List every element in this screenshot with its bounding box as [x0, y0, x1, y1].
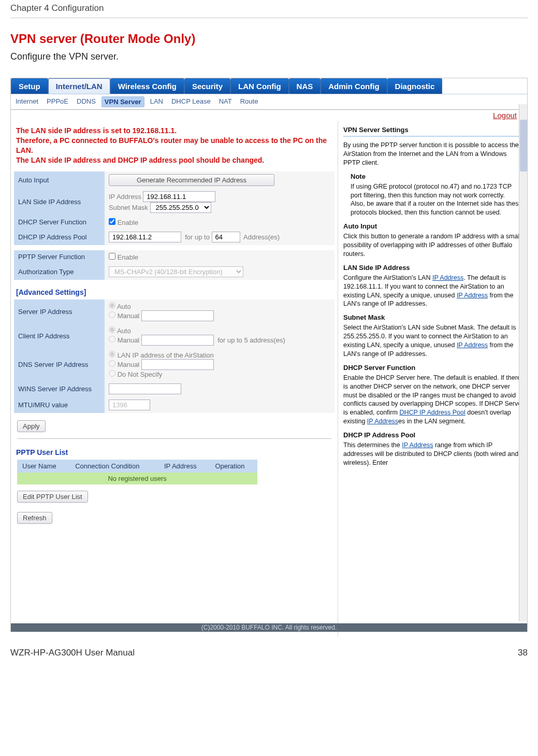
- chapter-label: Chapter 4 Configuration: [10, 3, 104, 13]
- section-title: VPN server (Router Mode Only): [10, 32, 528, 46]
- client-ip-manual-text: Manual: [118, 336, 140, 344]
- ip-address-link3[interactable]: IP Address: [457, 341, 488, 349]
- tab-diagnostic[interactable]: Diagnostic: [387, 78, 443, 94]
- copyright-bar: (C)2000-2010 BUFFALO INC. All rights res…: [11, 623, 527, 632]
- settings-panel: The LAN side IP address is set to 192.16…: [11, 121, 338, 637]
- help-p2: Click this button to generate a random I…: [343, 232, 524, 259]
- ip-address-link1[interactable]: IP Address: [432, 274, 463, 281]
- help-p6: This determines the IP Address range fro…: [343, 441, 524, 467]
- col-ip: IP Address: [159, 460, 210, 473]
- dns-ip-label: DNS Server IP Address: [14, 348, 105, 381]
- tab-internet-lan[interactable]: Internet/LAN: [48, 78, 110, 94]
- pptp-list-heading: PPTP User List: [16, 448, 332, 457]
- help-h3: LAN Side IP Address: [343, 264, 524, 272]
- server-ip-auto-radio: [109, 302, 115, 309]
- server-ip-auto-text: Auto: [117, 303, 131, 310]
- main-tabs: Setup Internet/LAN Wireless Config Secur…: [11, 78, 527, 94]
- pptp-label: PPTP Server Function: [14, 250, 105, 264]
- dhcp-pool-label: DHCP IP Address Pool: [14, 229, 105, 245]
- ip-address-link5[interactable]: IP Address: [402, 441, 433, 449]
- warn-line2: Therefore, a PC connected to BUFFALO's r…: [16, 136, 332, 155]
- help-panel: VPN Server Settings By using the PPTP se…: [338, 121, 527, 637]
- wins-label: WINS Server IP Address: [14, 381, 105, 397]
- addresses-text: Address(es): [243, 233, 280, 241]
- dns-manual-radio: [109, 360, 115, 367]
- subnet-select[interactable]: 255.255.255.0: [150, 202, 211, 213]
- generate-ip-button[interactable]: Generate Recommended IP Address: [109, 174, 274, 186]
- ip-address-input[interactable]: [143, 191, 215, 202]
- col-operation: Operation: [210, 460, 257, 473]
- dhcp-enable-text: Enable: [118, 219, 138, 226]
- help-note-p: If using GRE protocol (protocol no.47) a…: [351, 182, 524, 218]
- apply-button[interactable]: Apply: [17, 420, 46, 432]
- subtab-vpn-server[interactable]: VPN Server: [101, 96, 144, 107]
- subtab-dhcp-lease[interactable]: DHCP Lease: [169, 96, 213, 107]
- dns-dont-text: Do Not Specify: [118, 370, 163, 378]
- help-note-h: Note: [351, 173, 524, 180]
- dns-dont-radio: [109, 370, 115, 377]
- client-ip-auto-text: Auto: [117, 327, 131, 335]
- forupto-text: for up to: [185, 233, 210, 241]
- col-username: User Name: [17, 460, 70, 473]
- scrollbar-thumb[interactable]: [520, 120, 527, 172]
- dhcp-count-input[interactable]: [212, 232, 240, 243]
- help-p1: By using the PPTP server function it is …: [343, 141, 524, 167]
- refresh-button[interactable]: Refresh: [17, 512, 52, 524]
- tab-admin[interactable]: Admin Config: [321, 78, 387, 94]
- dns-manual-text: Manual: [118, 361, 140, 368]
- advanced-heading: [Advanced Settings]: [16, 288, 332, 296]
- tab-setup[interactable]: Setup: [11, 78, 48, 94]
- subtab-internet[interactable]: Internet: [13, 96, 41, 107]
- subtab-pppoe[interactable]: PPPoE: [44, 96, 71, 107]
- auto-input-label: Auto Input: [14, 172, 105, 189]
- wins-input: [109, 383, 181, 394]
- help-p3: Configure the AirStation's LAN IP Addres…: [343, 274, 524, 309]
- tab-nas[interactable]: NAS: [289, 78, 321, 94]
- dns-manual-input: [141, 359, 214, 370]
- dhcp-enable-checkbox[interactable]: [109, 218, 115, 225]
- dhcp-pool-link[interactable]: DHCP IP Address Pool: [399, 409, 465, 416]
- ip-address-link4[interactable]: IP Address: [367, 418, 398, 425]
- client-ip-manual-input: [141, 335, 214, 346]
- dhcp-func-label: DHCP Server Function: [14, 216, 105, 229]
- subtab-route[interactable]: Route: [238, 96, 261, 107]
- server-ip-manual-input: [141, 310, 214, 321]
- tab-lan-config[interactable]: LAN Config: [230, 78, 288, 94]
- footer-page-number: 38: [518, 648, 528, 658]
- mtu-input: [109, 400, 150, 410]
- pptp-enable-text: Enable: [118, 253, 138, 261]
- ip-address-sublabel: IP Address: [109, 193, 141, 201]
- auth-select: MS-CHAPv2 (40/128-bit Encryption): [109, 266, 243, 277]
- col-condition: Connection Condition: [70, 460, 159, 473]
- help-h2: Auto Input: [343, 222, 524, 230]
- auth-label: Authorization Type: [14, 264, 105, 280]
- help-h6: DHCP IP Address Pool: [343, 431, 524, 439]
- help-h1: VPN Server Settings: [343, 126, 524, 134]
- dns-lan-text: LAN IP address of the AirStation: [118, 351, 214, 359]
- logout-link[interactable]: Logout: [493, 111, 517, 120]
- sub-tabs: Internet PPPoE DDNS VPN Server LAN DHCP …: [11, 94, 527, 110]
- subtab-lan[interactable]: LAN: [148, 96, 166, 107]
- pptp-enable-checkbox[interactable]: [109, 253, 115, 260]
- server-ip-manual-text: Manual: [118, 312, 140, 320]
- scrollbar-track[interactable]: [519, 104, 527, 621]
- ip-address-link2[interactable]: IP Address: [457, 292, 488, 299]
- help-h5: DHCP Server Function: [343, 364, 524, 372]
- dns-lan-radio: [109, 351, 115, 358]
- client-ip-auto-radio: [109, 326, 115, 333]
- dhcp-start-input[interactable]: [109, 232, 181, 243]
- subtab-nat[interactable]: NAT: [216, 96, 235, 107]
- tab-security[interactable]: Security: [184, 78, 230, 94]
- screenshot-window: Setup Internet/LAN Wireless Config Secur…: [10, 78, 528, 632]
- tab-wireless[interactable]: Wireless Config: [110, 78, 184, 94]
- intro-text: Configure the VPN server.: [10, 51, 528, 62]
- subnet-sublabel: Subnet Mask: [109, 204, 148, 211]
- subtab-ddns[interactable]: DDNS: [74, 96, 98, 107]
- client-ip-label: Client IP Address: [14, 324, 105, 348]
- help-p5: Enable the DHCP Server here. The default…: [343, 374, 524, 426]
- edit-pptp-list-button[interactable]: Edit PPTP User List: [17, 491, 88, 503]
- server-ip-manual-radio: [109, 311, 115, 318]
- mtu-label: MTU/MRU value: [14, 397, 105, 413]
- warn-line3: The LAN side IP address and DHCP IP addr…: [16, 155, 332, 165]
- client-ip-manual-radio: [109, 336, 115, 343]
